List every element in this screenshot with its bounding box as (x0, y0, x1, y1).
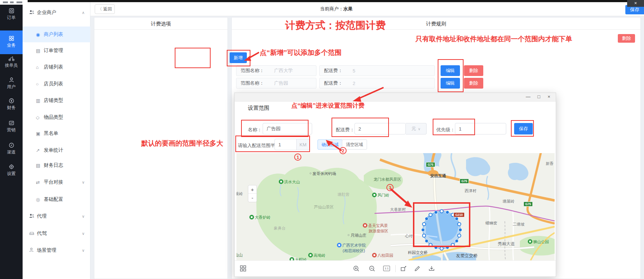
minimize-icon[interactable]: — (524, 94, 532, 99)
map-toolbar: 1:1 (235, 260, 556, 276)
poi-pin-green-icon (290, 257, 294, 260)
map-label: 风门岭 (372, 193, 389, 198)
rail-item-marketing[interactable]: 营销 (0, 120, 23, 133)
name-label: 名称： (248, 127, 262, 133)
radius-unit: KM (297, 139, 310, 150)
sidebar-item-dispatch-stats[interactable]: ↗ 发单统计 (23, 144, 90, 156)
driver-car-icon (29, 231, 36, 236)
range-name-input[interactable] (263, 123, 312, 134)
edit-range-button[interactable]: 编辑 (441, 65, 460, 76)
sidebar-item-driver[interactable]: 代驾 ∨ (23, 227, 90, 240)
zoom-in-icon[interactable] (353, 265, 359, 273)
map-zoom-in-button[interactable]: + (248, 185, 257, 194)
secondary-sidebar: 企业商户 ∧ ◉ 商户列表 ▤ 订单管理 ⌂ 店铺列表 ○ 店员列表 ▥ 店铺类… (23, 2, 90, 279)
add-range-button[interactable]: 新增 (230, 52, 247, 63)
chevron-down-icon: ∨ (82, 180, 85, 185)
map-label: 狮山公园 (528, 239, 549, 245)
sidebar-item-clerk-list[interactable]: ○ 店员列表 (23, 78, 90, 90)
current-merchant: 当前商户：水果 (320, 6, 353, 12)
primary-nav-rail: 订单 业务 接单员 用户 财务 营销 渠道 设置 (0, 5, 23, 279)
map-label: 龙门水都风景区 (373, 177, 401, 182)
edit-range-button[interactable]: 编辑 (441, 78, 460, 89)
annotation-add-note: 点“新增”可以添加多个范围 (260, 48, 342, 57)
select-rectangle-icon[interactable] (400, 265, 407, 273)
shop-type-icon: ▥ (36, 98, 43, 103)
highway-badge-g210: G210 (453, 212, 465, 217)
clipped-header-fragment (0, 0, 28, 5)
poi-pin-red-icon (363, 223, 367, 228)
merchant-name: 水果 (343, 6, 353, 11)
close-icon[interactable]: × (545, 94, 553, 99)
sidebar-item-order-management[interactable]: ▤ 订单管理 (23, 44, 90, 57)
delete-range-button[interactable]: 删除 (464, 78, 483, 89)
poi-pin-red-icon (372, 253, 377, 257)
back-arrow-icon: 〈 (98, 6, 102, 11)
finance-log-icon: ▤ (36, 163, 43, 168)
download-icon[interactable] (428, 265, 435, 273)
sidebar-item-platform-link[interactable]: ⇄ 平台对接 ∨ (23, 176, 90, 188)
draw-pencil-icon[interactable] (414, 265, 420, 273)
scale-1-1-button[interactable]: 1:1 (383, 266, 390, 271)
sidebar-item-merchant-list[interactable]: ◉ 商户列表 (23, 27, 90, 42)
rail-item-settings[interactable]: 设置 (0, 164, 23, 177)
map-zoom-out-button[interactable]: - (248, 194, 257, 202)
sidebar-item-item-type[interactable]: ◇ 物品类型 (23, 111, 90, 123)
item-tag-icon: ◇ (36, 115, 43, 120)
sidebar-group-enterprise-merchant[interactable]: 企业商户 ∧ (23, 6, 90, 19)
poi-pin-green-icon (249, 215, 254, 219)
set-range-modal: — □ × 设置范围 名称： 配送费： 元∨ 优先级： 保存 请输入配送范围半径… (234, 93, 556, 277)
map-label: 心圩 (405, 233, 413, 239)
chevron-down-icon: ∨ (82, 248, 85, 253)
map-label: 塘屋岭 (503, 199, 514, 204)
sidebar-item-finance-log[interactable]: ▤ 财务日志 (23, 159, 90, 171)
map-label: 月湖山庄 (348, 233, 366, 238)
rail-item-channel[interactable]: 渠道 (0, 142, 23, 155)
map-label: 新香 (546, 161, 554, 166)
map-label: 安吉互通 (430, 173, 446, 179)
range-row-fee: 配送费： 2 (319, 78, 435, 89)
settings-gear-icon (9, 164, 14, 170)
map-label: 象鼻台 (274, 226, 286, 231)
sidebar-item-blacklist[interactable]: ▣ 黑名单 (23, 127, 90, 140)
priority-input[interactable] (455, 123, 506, 134)
map-label: 发哥休闲钓场 (310, 171, 336, 176)
poi-pin-green-icon (372, 193, 377, 197)
priority-label: 优先级： (436, 127, 455, 133)
sidebar-item-agent[interactable]: 代理 ∨ (23, 210, 90, 222)
poi-pin-blue-icon (337, 243, 342, 247)
map-label: 二塘坡 (513, 222, 525, 227)
window-close-icon[interactable]: × (627, 0, 644, 7)
zoom-out-icon[interactable] (369, 265, 375, 273)
rail-item-business[interactable]: 业务 (0, 30, 23, 54)
range-row-fee: 配送费： 5 (319, 65, 435, 76)
layers-grid-icon[interactable] (240, 265, 246, 273)
clerk-icon: ○ (36, 81, 43, 87)
map-label: 大帽岭 (290, 257, 307, 260)
delivery-fee-input[interactable] (354, 123, 406, 134)
rail-item-finance[interactable]: 财务 (0, 98, 23, 111)
confirm-area-button[interactable]: 确认区域 (318, 140, 343, 150)
range-row-name: 范围名称： 广告园 (236, 78, 316, 89)
sidebar-item-shop-type[interactable]: ▥ 店铺类型 (23, 94, 90, 107)
sidebar-item-shop-list[interactable]: ⌂ 店铺列表 (23, 61, 90, 73)
fee-unit-select[interactable]: 元∨ (406, 123, 427, 134)
sidebar-item-base-config[interactable]: ◎ 基础配置 (23, 193, 90, 205)
section-delete-button[interactable]: 删除 (618, 34, 635, 43)
rail-item-users[interactable]: 用户 (0, 77, 23, 90)
map-label: 西津村 (465, 188, 476, 194)
modal-title: 设置范围 (248, 105, 269, 112)
rail-item-orders[interactable]: 订单 (0, 8, 23, 21)
map-label: 科园立交桥 (408, 250, 428, 255)
modal-save-button[interactable]: 保存 (514, 123, 533, 134)
billing-options-title: 计费选项 (94, 18, 227, 30)
maximize-icon[interactable]: □ (535, 94, 543, 99)
highway-badge-g75: G75 (460, 179, 469, 184)
rail-item-courier[interactable]: 接单员 (0, 56, 23, 68)
modal-titlebar[interactable]: — □ × (235, 93, 556, 101)
back-button[interactable]: 〈 返回 (95, 4, 115, 14)
annotation-step-1: 1 (294, 153, 301, 161)
delete-range-button[interactable]: 删除 (464, 65, 483, 76)
sidebar-item-scene-management[interactable]: 场景管理 ∨ (23, 244, 90, 256)
radius-input[interactable] (274, 139, 297, 150)
map-canvas[interactable]: + - 发哥休闲钓场 洪水大山 银岭 龙门水都风景区 风门岭 塘肚营 芦仙山景区… (236, 153, 555, 260)
